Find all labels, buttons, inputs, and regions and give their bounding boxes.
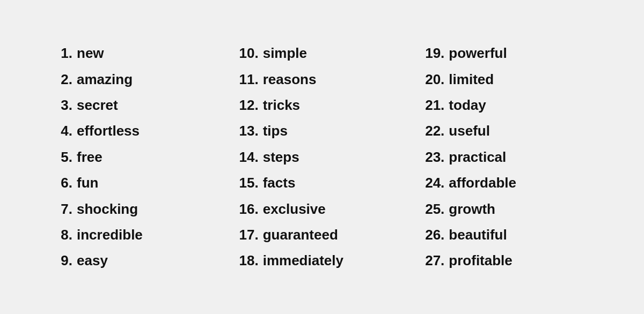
list-item: 21.today (415, 92, 601, 118)
item-number: 12. (229, 95, 259, 115)
list-item: 4.effortless (43, 118, 229, 144)
item-label: exclusive (263, 199, 326, 219)
item-label: incredible (77, 225, 143, 244)
item-label: limited (449, 70, 494, 89)
item-number: 20. (415, 70, 444, 89)
list-item: 25.growth (415, 196, 601, 222)
list-item: 12.tricks (229, 92, 415, 118)
list-item: 10.simple (229, 40, 415, 66)
column-2: 10.simple11.reasons12.tricks13.tips14.st… (229, 40, 415, 274)
list-item: 22.useful (415, 118, 601, 144)
item-number: 1. (43, 43, 72, 63)
item-label: reasons (263, 70, 317, 89)
item-label: new (77, 43, 104, 63)
list-item: 5.free (43, 144, 229, 170)
item-number: 4. (43, 121, 72, 140)
item-number: 15. (229, 173, 259, 192)
item-number: 23. (415, 147, 444, 167)
item-label: today (449, 95, 486, 115)
item-label: useful (449, 121, 490, 140)
item-number: 24. (415, 173, 444, 192)
list-item: 7.shocking (43, 196, 229, 222)
item-label: profitable (449, 251, 512, 270)
item-label: free (77, 147, 103, 167)
list-item: 11.reasons (229, 66, 415, 92)
item-number: 22. (415, 121, 444, 140)
item-label: powerful (449, 43, 507, 63)
list-item: 14.steps (229, 144, 415, 170)
item-number: 8. (43, 225, 72, 244)
item-number: 9. (43, 251, 72, 270)
list-item: 3.secret (43, 92, 229, 118)
column-1: 1.new2.amazing3.secret4.effortless5.free… (43, 40, 229, 274)
list-item: 16.exclusive (229, 196, 415, 222)
item-label: effortless (77, 121, 140, 140)
item-number: 21. (415, 95, 444, 115)
item-label: secret (77, 95, 118, 115)
item-label: fun (77, 173, 98, 192)
item-number: 17. (229, 225, 259, 244)
item-number: 11. (229, 70, 259, 89)
item-number: 16. (229, 199, 259, 219)
item-label: affordable (449, 173, 516, 192)
item-label: steps (263, 147, 299, 167)
item-label: immediately (263, 251, 343, 270)
item-number: 14. (229, 147, 259, 167)
list-item: 18.immediately (229, 248, 415, 273)
item-number: 26. (415, 225, 444, 244)
item-label: facts (263, 173, 296, 192)
item-label: amazing (77, 70, 133, 89)
item-number: 19. (415, 43, 444, 63)
item-number: 13. (229, 121, 259, 140)
item-label: growth (449, 199, 495, 219)
item-label: simple (263, 43, 307, 63)
item-number: 27. (415, 251, 444, 270)
list-item: 13.tips (229, 118, 415, 144)
list-item: 23.practical (415, 144, 601, 170)
list-item: 26.beautiful (415, 222, 601, 248)
item-label: beautiful (449, 225, 507, 244)
item-label: tricks (263, 95, 300, 115)
list-item: 8.incredible (43, 222, 229, 248)
list-item: 19.powerful (415, 40, 601, 66)
item-number: 2. (43, 70, 72, 89)
list-item: 17.guaranteed (229, 222, 415, 248)
item-label: easy (77, 251, 108, 270)
item-number: 5. (43, 147, 72, 167)
list-item: 15.facts (229, 170, 415, 196)
item-label: shocking (77, 199, 138, 219)
list-item: 6.fun (43, 170, 229, 196)
list-item: 9.easy (43, 248, 229, 273)
main-container: 1.new2.amazing3.secret4.effortless5.free… (0, 19, 644, 295)
item-number: 3. (43, 95, 72, 115)
list-item: 27.profitable (415, 248, 601, 273)
list-item: 24.affordable (415, 170, 601, 196)
item-label: tips (263, 121, 288, 140)
item-label: guaranteed (263, 225, 338, 244)
item-number: 25. (415, 199, 444, 219)
item-number: 18. (229, 251, 259, 270)
list-item: 2.amazing (43, 66, 229, 92)
list-item: 1.new (43, 40, 229, 66)
column-3: 19.powerful20.limited21.today22.useful23… (415, 40, 601, 274)
item-number: 10. (229, 43, 259, 63)
item-label: practical (449, 147, 506, 167)
list-item: 20.limited (415, 66, 601, 92)
item-number: 7. (43, 199, 72, 219)
item-number: 6. (43, 173, 72, 192)
